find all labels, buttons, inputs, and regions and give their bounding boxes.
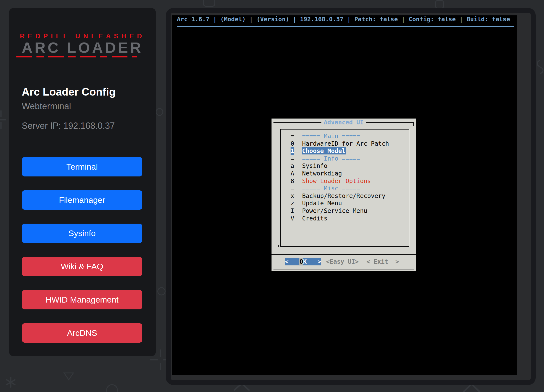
- terminal-screen[interactable]: Arc 1.6.7 | (Model) | (Version) | 192.16…: [172, 15, 517, 375]
- menu-label: Power/Service Menu: [302, 207, 367, 214]
- menu-item-8[interactable]: xBackup/Restore/Recovery: [281, 192, 409, 200]
- terminal-header-rule: [177, 26, 514, 27]
- dialog-buttons: < OK > <Easy UI> < Exit >: [272, 258, 416, 265]
- brand-arc-loader: ARC LOADER: [9, 40, 156, 55]
- menu-tag: =: [291, 185, 294, 192]
- sidebar-button-filemanager[interactable]: Filemanager: [22, 190, 142, 210]
- sidebar-buttons: TerminalFilemanagerSysinfoWiki & FAQHWID…: [22, 157, 142, 357]
- menu-label: ===== Info =====: [302, 155, 360, 162]
- menu-item-6[interactable]: 8Show Loader Options: [281, 177, 409, 185]
- easy-ui-button[interactable]: <Easy UI>: [326, 258, 359, 265]
- terminal-status-header: Arc 1.6.7 | (Model) | (Version) | 192.16…: [177, 16, 510, 23]
- sidebar-button-arcdns[interactable]: ArcDNS: [22, 323, 142, 343]
- menu-section-0: ====== Main =====: [281, 132, 409, 140]
- sidebar: REDPILL UNLEASHED ARC LOADER Arc Loader …: [9, 8, 156, 356]
- dialog-advanced-ui: Advanced UI ====== Main =====0HardwareID…: [272, 119, 416, 271]
- menu-tag: 8: [291, 177, 294, 185]
- menu-item-5[interactable]: ANetworkdiag: [281, 170, 409, 177]
- menu-label: Sysinfo: [302, 162, 328, 169]
- menu-tag: a: [291, 162, 294, 170]
- menu-list-corner: [278, 245, 281, 247]
- sidebar-button-hwid-management[interactable]: HWID Management: [22, 290, 142, 309]
- page-subtitle: Webterminal: [22, 101, 71, 112]
- decor-circle-icon: [158, 288, 165, 295]
- menu-tag: A: [291, 170, 294, 177]
- menu-tag: =: [291, 132, 294, 140]
- menu-label: ===== Misc =====: [302, 185, 360, 192]
- brand-divider: [16, 56, 137, 57]
- menu-section-3: ====== Info =====: [281, 155, 409, 163]
- decor-dashed-plus-icon: [0, 110, 6, 129]
- menu-tag: 0: [291, 140, 294, 148]
- menu-label: ===== Main =====: [302, 132, 360, 140]
- sidebar-button-wiki-faq[interactable]: Wiki & FAQ: [22, 257, 142, 276]
- ok-button[interactable]: < OK >: [285, 258, 321, 265]
- page-title: Arc Loader Config: [22, 86, 116, 98]
- menu-tag: x: [291, 192, 294, 200]
- menu-tag: z: [291, 200, 294, 207]
- decor-circle-icon: [156, 109, 163, 115]
- decor-asterisk-icon: [7, 377, 15, 387]
- menu-item-1[interactable]: 0HardwareID for Arc Patch: [281, 140, 409, 148]
- menu-label: Backup/Restore/Recovery: [302, 192, 385, 199]
- sidebar-button-sysinfo[interactable]: Sysinfo: [22, 224, 142, 243]
- menu-label: Show Loader Options: [302, 177, 371, 185]
- decor-square-icon: [436, 0, 443, 8]
- menu-label: Update Menu: [302, 200, 342, 207]
- brand-redpill-unleashed: REDPILL UNLEASHED: [9, 33, 156, 40]
- menu-label: Credits: [302, 215, 328, 222]
- sidebar-button-terminal[interactable]: Terminal: [22, 157, 142, 176]
- menu-item-11[interactable]: VCredits: [281, 215, 409, 222]
- decor-chevron-icon: [464, 384, 479, 392]
- menu-item-4[interactable]: aSysinfo: [281, 162, 409, 170]
- menu-label: HardwareID for Arc Patch: [302, 140, 389, 147]
- menu-tag: I: [291, 207, 294, 215]
- decor-circle-icon: [107, 385, 117, 392]
- terminal-frame: Arc 1.6.7 | (Model) | (Version) | 192.16…: [166, 8, 536, 385]
- dialog-separator: [272, 254, 416, 255]
- dialog-title: Advanced UI: [272, 119, 416, 126]
- menu-item-10[interactable]: IPower/Service Menu: [281, 207, 409, 215]
- decor-triangle-icon: [64, 373, 73, 380]
- menu-label: Choose Model: [302, 147, 346, 154]
- dialog-bottom-border: [273, 270, 414, 270]
- text-cursor: O: [299, 258, 303, 265]
- menu-list: ====== Main =====0HardwareID for Arc Pat…: [280, 129, 409, 247]
- decor-squiggle-icon: [537, 60, 543, 74]
- menu-item-2[interactable]: 1Choose Model: [281, 147, 409, 155]
- menu-tag: 1: [291, 147, 294, 155]
- menu-item-9[interactable]: zUpdate Menu: [281, 200, 409, 207]
- menu-label: Networkdiag: [302, 170, 342, 177]
- menu-tag: V: [291, 215, 294, 222]
- menu-section-7: ====== Misc =====: [281, 185, 409, 192]
- menu-tag: =: [291, 155, 294, 163]
- exit-button[interactable]: < Exit >: [366, 258, 399, 265]
- terminal-surface: Arc 1.6.7 | (Model) | (Version) | 192.16…: [171, 13, 531, 380]
- server-ip: Server IP: 192.168.0.37: [22, 120, 115, 131]
- decor-square-icon: [204, 0, 215, 6]
